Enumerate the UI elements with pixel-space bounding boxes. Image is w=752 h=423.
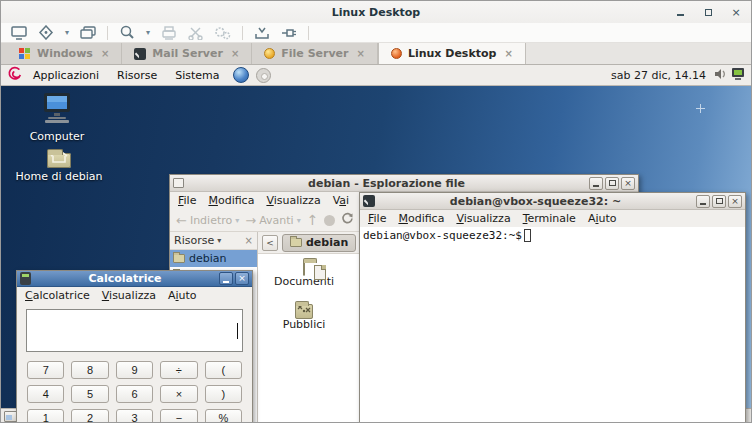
chevron-down-icon[interactable]: ▾: [65, 28, 69, 37]
minimize-button[interactable]: [673, 5, 687, 19]
sidebar-item-label: debian: [189, 252, 227, 265]
maximize-icon: [705, 9, 712, 16]
key-4[interactable]: 4: [27, 385, 64, 403]
key-9[interactable]: 9: [116, 361, 153, 379]
help-icon[interactable]: [256, 68, 271, 83]
key-multiply[interactable]: ×: [160, 385, 197, 403]
printer-icon[interactable]: [161, 26, 177, 40]
tab-close-icon[interactable]: ×: [502, 48, 512, 59]
tab-file-server[interactable]: File Server ×: [252, 43, 378, 64]
debian-swirl-icon[interactable]: [7, 66, 22, 84]
minimize-button[interactable]: [589, 177, 603, 190]
minimize-icon: [700, 203, 706, 205]
chevron-down-icon[interactable]: ▾: [146, 28, 150, 37]
menu-visualizza[interactable]: Visualizza: [450, 210, 516, 227]
key-7[interactable]: 7: [27, 361, 64, 379]
key-percent[interactable]: %: [205, 409, 242, 423]
calculator-display[interactable]: [26, 309, 243, 352]
menu-modifica[interactable]: Modifica: [392, 210, 450, 227]
windows-icon[interactable]: [80, 26, 96, 40]
sidebar-close-icon[interactable]: ×: [245, 235, 253, 246]
magnifier-icon[interactable]: [119, 25, 135, 40]
key-subtract[interactable]: −: [160, 409, 197, 423]
desktop[interactable]: Computer Home di debian debian - Esplora…: [1, 86, 751, 408]
sidebar-header[interactable]: Risorse ▾ ×: [170, 232, 257, 250]
panel-clock[interactable]: sab 27 dic, 14.14: [611, 69, 710, 82]
maximize-button[interactable]: [701, 5, 715, 19]
key-divide[interactable]: ÷: [160, 361, 197, 379]
key-close-paren[interactable]: ): [205, 385, 242, 403]
capture-icon[interactable]: [254, 26, 270, 40]
yellow-orb-icon: [264, 48, 275, 59]
menu-calcolatrice[interactable]: Calcolatrice: [19, 287, 96, 304]
file-item-documenti[interactable]: Documenti: [258, 262, 350, 288]
menu-visualizza[interactable]: Visualizza: [260, 192, 326, 209]
tab-label: File Server: [281, 47, 348, 60]
forward-label: Avanti: [259, 214, 293, 227]
key-open-paren[interactable]: (: [205, 361, 242, 379]
menu-visualizza[interactable]: Visualizza: [96, 287, 162, 304]
key-3[interactable]: 3: [116, 409, 153, 423]
chevron-down-icon: ▾: [217, 236, 221, 245]
computer-icon: [39, 114, 75, 127]
chevron-down-icon: ▾: [297, 216, 301, 225]
terminal-content[interactable]: debian@vbox-squeeze32:~$: [360, 227, 745, 423]
menu-applicazioni[interactable]: Applicazioni: [26, 67, 106, 84]
star-sparkle: [696, 104, 705, 113]
tab-close-icon[interactable]: ×: [99, 48, 109, 59]
navigation-icon[interactable]: [38, 25, 54, 40]
reload-button[interactable]: [341, 212, 354, 228]
close-button[interactable]: ×: [728, 195, 742, 208]
gears-icon[interactable]: [214, 26, 231, 40]
forward-button[interactable]: → Avanti ▾: [245, 213, 300, 228]
usb-plug-icon[interactable]: [281, 26, 297, 40]
menu-sistema[interactable]: Sistema: [168, 67, 226, 84]
menu-aiuto[interactable]: Aiuto: [582, 210, 623, 227]
viewer-toolbar: ▾ ▾: [1, 23, 751, 43]
maximize-button[interactable]: [605, 177, 619, 190]
file-manager-titlebar[interactable]: debian - Esplorazione file ×: [170, 175, 638, 192]
path-collapse-button[interactable]: <: [262, 235, 278, 251]
key-5[interactable]: 5: [71, 385, 108, 403]
key-1[interactable]: 1: [27, 409, 64, 423]
maximize-button[interactable]: [712, 195, 726, 208]
tab-mail-server[interactable]: Mail Server ×: [122, 43, 252, 64]
close-button[interactable]: ×: [235, 272, 249, 285]
menu-file[interactable]: File: [172, 192, 202, 209]
remote-viewer-window: Linux Desktop × ▾ ▾ Windows × Mail: [0, 0, 752, 423]
tab-close-icon[interactable]: ×: [355, 48, 365, 59]
desktop-icon-computer[interactable]: Computer: [7, 92, 107, 143]
browser-globe-icon[interactable]: [233, 67, 249, 83]
scissors-icon[interactable]: [188, 26, 203, 40]
sidebar-item-debian[interactable]: debian: [170, 250, 257, 267]
minimize-button[interactable]: [219, 272, 233, 285]
menu-terminale[interactable]: Terminale: [517, 210, 582, 227]
menu-file[interactable]: File: [362, 210, 392, 227]
terminal-titlebar[interactable]: debian@vbox-squeeze32: ~ ×: [360, 193, 745, 210]
menu-modifica[interactable]: Modifica: [202, 192, 260, 209]
stop-button[interactable]: [324, 215, 335, 226]
toolbar-separator: [242, 26, 243, 40]
speaker-icon[interactable]: [714, 68, 727, 83]
close-button[interactable]: ×: [729, 5, 743, 19]
tab-close-icon[interactable]: ×: [229, 48, 239, 59]
display-tray-icon[interactable]: [731, 67, 745, 83]
viewer-window-controls: ×: [673, 1, 743, 23]
key-6[interactable]: 6: [116, 385, 153, 403]
minimize-button[interactable]: [696, 195, 710, 208]
menu-risorse[interactable]: Risorse: [110, 67, 164, 84]
tab-linux-desktop[interactable]: Linux Desktop ×: [378, 43, 526, 64]
menu-aiuto[interactable]: Aiuto: [162, 287, 203, 304]
path-button-debian[interactable]: debian: [282, 234, 356, 252]
calculator-titlebar[interactable]: Calcolatrice ×: [17, 271, 252, 287]
close-button[interactable]: ×: [621, 177, 635, 190]
tab-windows[interactable]: Windows ×: [7, 43, 122, 64]
key-2[interactable]: 2: [71, 409, 108, 423]
menu-vai[interactable]: Vai: [327, 192, 355, 209]
file-item-pubblici[interactable]: Pubblici: [258, 298, 350, 331]
display-icon[interactable]: [11, 26, 27, 40]
up-button[interactable]: ↑: [307, 212, 319, 228]
key-8[interactable]: 8: [71, 361, 108, 379]
desktop-icon-home[interactable]: Home di debian: [9, 144, 109, 183]
back-button[interactable]: ← Indietro ▾: [176, 213, 239, 228]
